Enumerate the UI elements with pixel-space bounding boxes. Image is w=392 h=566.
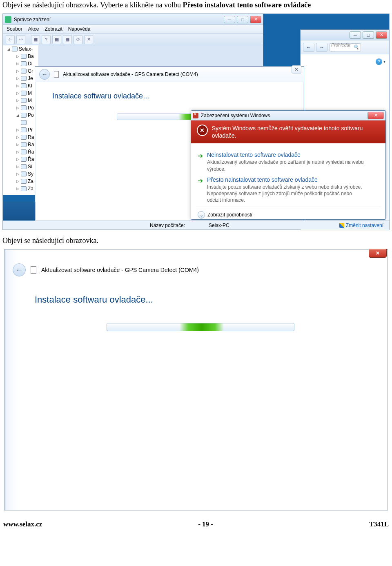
expand-icon[interactable]: ▷ [16, 69, 20, 73]
menu-item[interactable]: Akce [28, 26, 39, 32]
tree-item[interactable]: ▷Za [3, 185, 38, 192]
minimize-button[interactable]: ─ [350, 31, 361, 39]
tree-label: Kl [28, 83, 32, 89]
tree-item[interactable]: ▷Sí [3, 163, 38, 170]
close-button[interactable]: ✕ [250, 16, 261, 23]
show-details[interactable]: ⌄ Zobrazit podrobnosti [196, 207, 381, 220]
instruction-text-2: Objeví se následující obrazovka. [0, 236, 392, 249]
tree-item[interactable]: ▷Za [3, 178, 38, 185]
device-icon [21, 142, 27, 147]
toolbar-icon[interactable]: ▦ [63, 35, 72, 44]
toolbar-icon[interactable]: ▦ [52, 35, 61, 44]
tree-item[interactable] [3, 119, 38, 126]
security-body: ➔ Neinstalovat tento software ovladače A… [191, 143, 385, 220]
close-button[interactable]: ✕ [292, 65, 301, 74]
device-icon [21, 61, 27, 66]
expand-icon[interactable]: ▷ [16, 62, 20, 66]
tree-item[interactable]: ▷Řa [3, 156, 38, 163]
toolbar-icon[interactable]: ? [42, 35, 51, 44]
menu-item[interactable]: Nápověda [68, 26, 91, 32]
wizard-back-button[interactable]: ← [39, 69, 50, 80]
tree-item[interactable]: ▷Ba [3, 53, 38, 60]
tree-item[interactable]: ▷Řa [3, 141, 38, 148]
help-icon[interactable]: ? [376, 58, 382, 65]
expand-icon[interactable]: ▷ [16, 143, 20, 147]
page-icon [54, 71, 59, 78]
expand-icon[interactable]: ▷ [16, 179, 20, 183]
nav-back-icon[interactable]: ⇦ [6, 35, 15, 44]
expand-icon[interactable]: ▷ [16, 135, 20, 139]
option-install-anyway[interactable]: ➔ Přesto nainstalovat tento software ovl… [196, 173, 381, 205]
tree-item[interactable]: ▷Gr [3, 67, 38, 75]
error-icon: ✕ [197, 125, 208, 136]
tree-item[interactable]: ▷M [3, 89, 38, 97]
wizard-title: Instalace softwaru ovladače... [35, 294, 153, 305]
taskbar-fragment [3, 202, 36, 220]
device-icon [21, 120, 27, 125]
expand-icon[interactable]: ▷ [16, 98, 20, 103]
expand-icon[interactable]: ▷ [16, 76, 20, 80]
toolbar-icon[interactable]: ✕ [84, 35, 93, 44]
device-icon [21, 149, 27, 154]
security-title: Zabezpečení systému Windows [201, 113, 365, 118]
expand-icon[interactable]: ▷ [16, 106, 20, 110]
expand-icon[interactable]: ▷ [16, 150, 20, 154]
security-banner-text: Systém Windows nemůže ověřit vydavatele … [212, 125, 380, 139]
screenshot-1: ─ □ ✕ ← → Prohledat ... 🔍 ? ▾ Správce za… [2, 13, 390, 230]
instruction-text: Objeví se následující obrazovka. Vyberte… [0, 0, 392, 13]
collapse-icon[interactable]: ◢ [7, 47, 11, 51]
tree-item[interactable]: ▷Po [3, 104, 38, 111]
device-tree[interactable]: ◢ Selax- ▷Ba ▷Di ▷Gr ▷Je ▷Kl ▷M ▷M ▷Po ◢… [3, 45, 38, 195]
tree-item[interactable]: ▷Sy [3, 170, 38, 178]
tree-label: Řa [28, 142, 34, 147]
computer-icon [12, 47, 18, 51]
maximize-button[interactable]: □ [237, 16, 248, 23]
expand-icon[interactable]: ▷ [16, 172, 20, 176]
maximize-button[interactable]: □ [363, 31, 374, 39]
expand-icon[interactable]: ▷ [16, 165, 20, 169]
page-footer: www.selax.cz - 19 - T341L [0, 510, 392, 533]
device-icon [21, 98, 27, 103]
toolbar-icon[interactable]: ⟳ [74, 35, 82, 44]
tree-label: Je [28, 76, 33, 81]
footer-model: T341L [369, 520, 389, 528]
window-glass-edge [4, 250, 30, 510]
browser-back-button[interactable]: ← [303, 43, 314, 52]
option-do-not-install[interactable]: ➔ Neinstalovat tento software ovladače A… [196, 148, 381, 173]
close-button[interactable]: ✕ [376, 31, 387, 39]
expand-icon[interactable]: ▷ [16, 91, 20, 95]
tree-item[interactable]: ▷Řa [3, 148, 38, 156]
expand-icon[interactable]: ▷ [16, 84, 20, 88]
minimize-button[interactable]: ─ [224, 16, 235, 23]
menu-item[interactable]: Soubor [7, 26, 22, 32]
device-icon [21, 179, 27, 184]
expand-icon[interactable]: ▷ [16, 187, 20, 191]
tree-item[interactable]: ▷Pr [3, 126, 38, 134]
instruction-bold: Přesto instalovat tento software ovládač… [183, 1, 311, 9]
tree-root[interactable]: ◢ Selax- [3, 45, 38, 53]
tree-item[interactable]: ▷Je [3, 75, 38, 82]
tree-label: Po [28, 105, 34, 111]
system-info-row: Název počítače: Selax-PC Změnit nastaven… [3, 221, 389, 230]
expand-icon[interactable]: ▷ [16, 128, 20, 132]
menu-item[interactable]: Zobrazit [45, 26, 62, 32]
security-titlebar: Zabezpečení systému Windows ✕ [191, 111, 385, 120]
close-button[interactable]: ✕ [369, 249, 387, 258]
expand-icon[interactable]: ▷ [16, 54, 20, 58]
search-input[interactable]: Prohledat ... 🔍 [329, 43, 361, 51]
tree-item[interactable]: ◢Po [3, 111, 38, 119]
browser-fwd-button[interactable]: → [316, 43, 327, 52]
tree-item[interactable]: ▷Kl [3, 82, 38, 89]
tree-item[interactable]: ▷M [3, 97, 38, 104]
wizard-back-button[interactable]: ← [13, 263, 26, 276]
collapse-icon[interactable]: ◢ [16, 113, 20, 117]
tree-label: Selax- [19, 46, 33, 52]
change-settings-link[interactable]: Změnit nastavení [339, 223, 383, 228]
tree-item[interactable]: ▷Ra [3, 134, 38, 141]
expand-icon[interactable]: ▷ [16, 157, 20, 161]
tree-item[interactable]: ▷Di [3, 60, 38, 67]
close-button[interactable]: ✕ [368, 112, 384, 119]
devmgr-menubar: Soubor Akce Zobrazit Nápověda [3, 25, 263, 34]
toolbar-icon[interactable]: ▦ [31, 35, 40, 44]
nav-fwd-icon[interactable]: ⇨ [16, 35, 25, 44]
